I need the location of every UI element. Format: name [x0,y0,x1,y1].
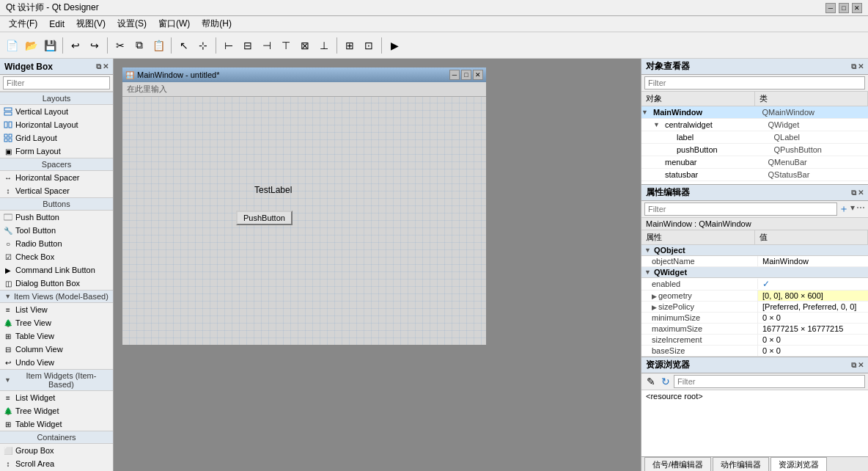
widget-horizontal-layout[interactable]: Horizontal Layout [0,118,113,131]
undo-button[interactable]: ↩ [67,37,84,54]
prop-row-maximumsize[interactable]: maximumSize 16777215 × 16777215 [641,324,868,335]
widget-group-box[interactable]: ⬜ Group Box [0,444,113,457]
item-views-collapse[interactable]: ▼ [4,293,11,300]
widget-tool-button[interactable]: 🔧 Tool Button [0,224,113,237]
widget-list-view[interactable]: ≡ List View [0,303,113,316]
expand-mainwindow-icon[interactable]: ▼ [641,109,650,116]
resource-browser-close-icon[interactable]: ✕ [858,361,864,370]
obj-row-centralwidget[interactable]: ▼ centralwidget QWidget [641,119,868,131]
new-button[interactable]: 📄 [3,37,21,54]
align-center-v-button[interactable]: ⊠ [296,37,314,54]
form-minimize-button[interactable]: ─ [449,70,460,80]
push-button-widget[interactable]: PushButton [236,211,293,225]
align-bottom-button[interactable]: ⊥ [315,37,333,54]
prop-more-icon[interactable]: ⋯ [856,202,865,216]
tab-signal-slot[interactable]: 信号/槽编辑器 [644,457,711,472]
widget-undo-view[interactable]: ↩ Undo View [0,356,113,369]
section-buttons[interactable]: Buttons [0,197,113,211]
prop-row-sizeincrement[interactable]: sizeIncrement 0 × 0 [641,335,868,346]
pointer-tool[interactable]: ↖ [175,37,193,54]
menu-help[interactable]: 帮助(H) [196,16,238,32]
minimize-button[interactable]: ─ [825,3,836,13]
obj-filter-input[interactable] [644,76,865,90]
tab-action-editor[interactable]: 动作编辑器 [713,457,769,472]
align-right-button[interactable]: ⊣ [258,37,276,54]
prop-row-objectname[interactable]: objectName MainWindow [641,256,868,267]
obj-row-mainwindow[interactable]: ▼ MainWindow QMainWindow [641,106,868,119]
copy-button[interactable]: ⧉ [130,37,148,54]
menu-settings[interactable]: 设置(S) [111,16,152,32]
widget-dialog-button-box[interactable]: ◫ Dialog Button Box [0,277,113,290]
menu-edit[interactable]: Edit [43,18,70,31]
prop-editor-float-icon[interactable]: ⧉ [851,189,856,197]
resource-browser-float-icon[interactable]: ⧉ [851,361,856,370]
widget-list-widget[interactable]: ≡ List Widget [0,391,113,404]
cut-button[interactable]: ✂ [111,37,129,54]
widget-command-link[interactable]: ▶ Command Link Button [0,263,113,277]
preview-button[interactable]: ▶ [386,37,403,54]
res-refresh-icon[interactable]: ↻ [659,375,672,388]
form-close-button[interactable]: ✕ [473,70,483,80]
prop-options-icon[interactable]: ▾ [850,202,855,216]
widget-tree-widget[interactable]: 🌲 Tree Widget [0,404,113,417]
widget-grid-layout[interactable]: Grid Layout [0,131,113,145]
paste-button[interactable]: 📋 [150,37,167,54]
align-left-button[interactable]: ⊢ [220,37,238,54]
form-canvas[interactable]: TestLabel PushButton [122,97,486,345]
layout-button[interactable]: ⊡ [360,37,378,54]
obj-row-statusbar[interactable]: statusbar QStatusBar [641,169,868,181]
widget-tree-view[interactable]: 🌲 Tree View [0,316,113,329]
close-button[interactable]: ✕ [852,3,862,13]
geometry-expand-icon[interactable]: ▶ [652,293,657,300]
section-containers[interactable]: Containers [0,431,113,444]
widget-radio-button[interactable]: ○ Radio Button [0,237,113,250]
widget-column-view[interactable]: ⊟ Column View [0,343,113,356]
prop-section-qobject[interactable]: ▼ QObject [641,245,868,256]
widget-v-spacer[interactable]: ↕ Vertical Spacer [0,184,113,197]
menu-view[interactable]: 视图(V) [70,16,111,32]
res-edit-icon[interactable]: ✎ [644,375,658,388]
align-center-h-button[interactable]: ⊟ [239,37,257,54]
section-spacers[interactable]: Spacers [0,158,113,171]
widget-form-layout[interactable]: ▣ Form Layout [0,145,113,158]
prop-row-enabled[interactable]: enabled ✓ [641,278,868,291]
widget-filter-input[interactable] [3,76,110,90]
tab-resource-browser[interactable]: 资源浏览器 [770,457,827,472]
qobject-collapse-icon[interactable]: ▼ [644,247,651,254]
sizepolicy-expand-icon[interactable]: ▶ [652,304,657,311]
widget-check-box[interactable]: ☑ Check Box [0,250,113,263]
widget-box-float-icon[interactable]: ⧉ [96,62,101,71]
expand-centralwidget-icon[interactable]: ▼ [653,121,662,128]
widget-scroll-area[interactable]: ↕ Scroll Area [0,457,113,470]
prop-row-basesize[interactable]: baseSize 0 × 0 [641,346,868,357]
widget-box-close-icon[interactable]: ✕ [103,62,108,71]
prop-row-geometry[interactable]: ▶geometry [0, 0], 800 × 600] [641,291,868,302]
widget-push-button[interactable]: Push Button [0,211,113,224]
menu-file[interactable]: 文件(F) [3,16,43,32]
maximize-button[interactable]: □ [839,3,849,13]
menu-window[interactable]: 窗口(W) [152,16,196,32]
select-tool[interactable]: ⊹ [194,37,212,54]
test-label[interactable]: TestLabel [254,185,292,195]
widget-h-spacer[interactable]: ↔ Horizontal Spacer [0,171,113,184]
obj-inspector-close-icon[interactable]: ✕ [858,62,864,71]
item-widgets-collapse[interactable]: ▼ [4,376,11,384]
prop-row-sizepolicy[interactable]: ▶sizePolicy [Preferred, Preferred, 0, 0] [641,302,868,313]
prop-add-icon[interactable]: ＋ [839,202,849,216]
align-top-button[interactable]: ⊤ [277,37,295,54]
form-maximize-button[interactable]: □ [461,70,471,80]
qwidget-collapse-icon[interactable]: ▼ [644,269,651,276]
enabled-checkbox[interactable]: ✓ [762,279,770,289]
prop-row-minimumsize[interactable]: minimumSize 0 × 0 [641,313,868,324]
prop-section-qwidget[interactable]: ▼ QWidget [641,267,868,278]
redo-button[interactable]: ↪ [86,37,103,54]
prop-filter-input[interactable] [644,202,837,216]
widget-table-view[interactable]: ⊞ Table View [0,329,113,343]
obj-inspector-float-icon[interactable]: ⧉ [851,62,856,71]
obj-row-label[interactable]: label QLabel [641,131,868,144]
widget-table-widget[interactable]: ⊞ Table Widget [0,417,113,431]
save-button[interactable]: 💾 [41,37,59,54]
obj-row-menubar[interactable]: menubar QMenuBar [641,156,868,169]
obj-row-pushbutton[interactable]: pushButton QPushButton [641,144,868,156]
grid-button[interactable]: ⊞ [341,37,358,54]
